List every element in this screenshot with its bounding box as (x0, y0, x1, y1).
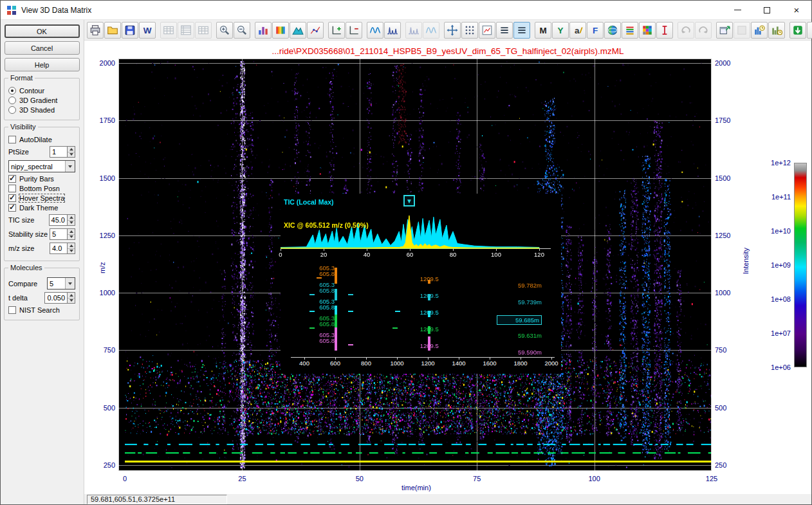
color-grid-icon[interactable] (639, 22, 656, 39)
stack-view-icon[interactable] (513, 22, 530, 39)
save-icon[interactable] (122, 22, 138, 39)
print-icon[interactable] (87, 22, 104, 39)
find-icon[interactable]: M (535, 22, 551, 39)
maximize-button[interactable] (752, 1, 782, 19)
tic-size-up-button[interactable] (68, 215, 75, 221)
tic-trace-label: TIC (Local Max) (284, 198, 334, 206)
export-word-icon[interactable]: W (139, 22, 156, 39)
zoom-out-icon[interactable] (234, 22, 250, 39)
ok-button[interactable]: OK (5, 24, 80, 38)
close-button[interactable]: × (782, 1, 811, 19)
y-tick-label-left: 1000 (89, 289, 115, 297)
radio-3d-gradient-label: 3D Gradient (19, 96, 57, 104)
remove-axes-icon[interactable] (346, 22, 362, 39)
stability-size-value[interactable]: 5 (50, 228, 67, 240)
add-axes-icon[interactable] (328, 22, 345, 39)
t-delta-up-button[interactable] (68, 293, 75, 298)
cancel-button[interactable]: Cancel (5, 41, 80, 55)
help-tool-icon[interactable]: ? (807, 22, 812, 39)
colorbar-tick-label: 1e+11 (753, 193, 791, 201)
line-scatter-icon[interactable] (307, 22, 324, 39)
checkbox-autodilate[interactable]: AutoDilate (8, 136, 75, 143)
spectrum-time-label[interactable]: 59.739m (497, 298, 542, 306)
histogram-time-2-icon[interactable] (768, 22, 785, 39)
mz-size-down-button[interactable] (68, 249, 75, 254)
y-tick-label-right: 1250 (715, 232, 741, 239)
t-delta-value[interactable]: 0.050 (44, 292, 67, 304)
colormap-icon[interactable] (272, 22, 289, 39)
ruler-icon[interactable] (656, 22, 673, 39)
checkbox-dark-theme[interactable]: Dark Theme (8, 204, 75, 212)
plot-area: ...ride\PXD035668\01_211014_HSPB5_B9_yes… (84, 41, 811, 493)
mz-size-value[interactable]: 4.0 (50, 243, 67, 254)
stability-size-down-button[interactable] (68, 235, 75, 240)
radio-contour[interactable]: Contour (8, 87, 75, 95)
down-arrow-icon (69, 235, 73, 238)
molecules-group-label: Molecules (8, 264, 44, 271)
inset-time-tick-label: 0 (272, 251, 289, 258)
spectra-axis-line (291, 357, 555, 358)
molecules-group: Molecules Compare 5 t delta 0.050 (4, 268, 80, 320)
y-tool-icon[interactable]: Y (552, 22, 569, 39)
radio-3d-gradient[interactable]: 3D Gradient (8, 96, 75, 104)
histogram-time-icon[interactable] (751, 22, 768, 39)
spectrum-icon[interactable] (367, 22, 383, 39)
tic-size-value[interactable]: 45.0 (49, 214, 67, 226)
ptsize-value[interactable]: 1 (50, 146, 67, 158)
mz-size-spinner[interactable]: 4.0 (50, 243, 75, 254)
spectrum-time-label[interactable]: 59.631m (497, 332, 542, 339)
colormap-dropdown-button[interactable] (65, 161, 75, 172)
app-icon (6, 5, 17, 15)
colormap-select[interactable]: nipy_spectral (8, 160, 75, 172)
surface-3d-icon[interactable] (290, 22, 306, 39)
checkbox-purity-bars[interactable]: Purity Bars (8, 175, 75, 183)
inset-mz-tick-label: 600 (327, 360, 344, 367)
formula-icon[interactable]: F (587, 22, 604, 39)
ptsize-spinner[interactable]: 1 (50, 146, 75, 158)
web-icon[interactable] (604, 22, 621, 39)
help-button[interactable]: Help (5, 58, 80, 71)
t-delta-spinner[interactable]: 0.050 (44, 292, 75, 304)
annotate-icon[interactable]: a (569, 22, 586, 39)
apply-icon[interactable] (789, 22, 806, 39)
compare-select[interactable]: 5 (47, 277, 75, 289)
color-list-icon[interactable] (622, 22, 638, 39)
compare-dropdown-button[interactable] (65, 278, 75, 289)
ptsize-up-button[interactable] (68, 147, 75, 152)
pan-icon[interactable] (444, 22, 461, 39)
tic-size-spinner[interactable]: 45.0 (49, 214, 75, 226)
list-view-icon[interactable] (496, 22, 513, 39)
spectrum-mz-label: 605.8 (306, 304, 335, 311)
spectrum-time-label[interactable]: 59.590m (497, 349, 542, 356)
xic-trace-label: XIC @ 605.512 m/z (0.50%) (284, 221, 369, 229)
export-window-icon[interactable] (716, 22, 733, 39)
checkbox-bottom-posn-label: Bottom Posn (19, 185, 60, 192)
tic-size-down-button[interactable] (68, 221, 75, 226)
zoom-in-icon[interactable] (216, 22, 233, 39)
minimize-button[interactable] (723, 1, 752, 19)
peaks-icon[interactable] (384, 22, 401, 39)
point-grid-icon[interactable] (461, 22, 478, 39)
stability-size-up-button[interactable] (68, 229, 75, 235)
selected-time-marker[interactable]: ▼ (403, 195, 415, 207)
spectrum-time-label[interactable]: 59.782m (497, 282, 542, 289)
checkbox-nist-search[interactable]: NIST Search (8, 306, 75, 314)
spectrum-mz-label: 605.8 (306, 270, 335, 277)
radio-3d-shaded[interactable]: 3D Shaded (8, 106, 75, 114)
ptsize-down-button[interactable] (68, 152, 75, 158)
undo-icon (678, 22, 694, 39)
stability-size-spinner[interactable]: 5 (50, 228, 75, 240)
open-file-icon[interactable] (104, 22, 121, 39)
checkbox-hover-spectra[interactable]: Hover Spectra (8, 194, 75, 202)
inset-mz-tick-label: 1600 (481, 360, 498, 367)
spectrum-time-label[interactable]: 59.685m (497, 315, 542, 325)
t-delta-down-button[interactable] (68, 298, 75, 304)
bar-chart-icon[interactable] (255, 22, 272, 39)
mz-size-up-button[interactable] (68, 243, 75, 249)
inset-mz-tick-label: 1400 (450, 360, 467, 367)
checkbox-bottom-posn[interactable]: Bottom Posn (8, 185, 75, 192)
dropdown-arrow-icon (68, 165, 72, 168)
spectrum-minor-peak (348, 344, 353, 345)
colorbar-tick-label: 1e+12 (753, 159, 791, 167)
mini-plot-icon[interactable] (479, 22, 495, 39)
